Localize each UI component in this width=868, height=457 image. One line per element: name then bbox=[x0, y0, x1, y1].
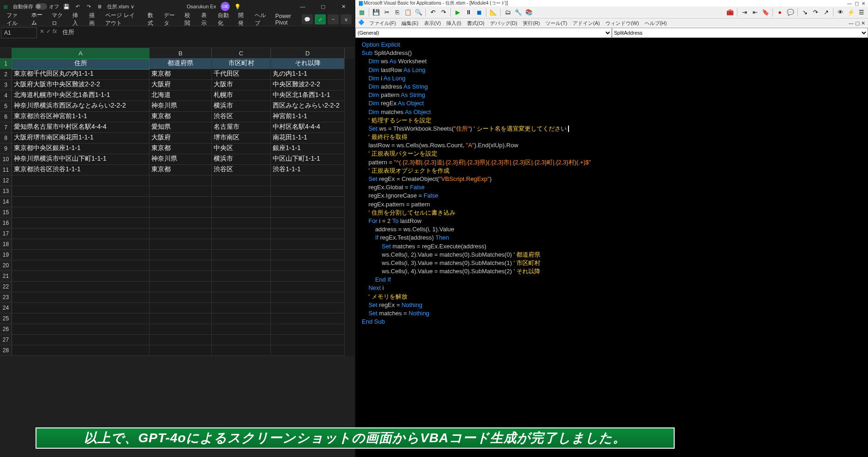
cell[interactable] bbox=[150, 260, 212, 271]
cell[interactable]: 銀座1-1-1 bbox=[271, 144, 345, 154]
bookmark-icon[interactable]: 🔖 bbox=[761, 8, 770, 17]
breakpoint-icon[interactable]: ● bbox=[775, 8, 784, 17]
design-mode-icon[interactable]: 📐 bbox=[489, 8, 498, 17]
row-header[interactable]: 27 bbox=[0, 335, 12, 345]
cell[interactable] bbox=[271, 175, 345, 186]
ribbon-action-button[interactable]: ∨ bbox=[341, 14, 352, 24]
cell[interactable] bbox=[212, 335, 271, 345]
cell[interactable] bbox=[212, 292, 271, 303]
cell[interactable]: 北海道札幌市中央区北1条西1-1-1 bbox=[12, 90, 150, 101]
cell[interactable]: 札幌市 bbox=[212, 90, 271, 101]
indent-icon[interactable]: ⇥ bbox=[740, 8, 749, 17]
row-header[interactable]: 26 bbox=[0, 324, 12, 335]
row-header[interactable]: 14 bbox=[0, 197, 12, 207]
cell[interactable]: 丸の内1-1-1 bbox=[271, 69, 345, 80]
cell[interactable]: 都道府県 bbox=[150, 59, 212, 69]
step-into-icon[interactable]: ↘ bbox=[800, 8, 809, 17]
menu-item[interactable]: 編集(E) bbox=[399, 19, 421, 28]
cell[interactable] bbox=[150, 228, 212, 239]
row-header[interactable]: 17 bbox=[0, 228, 12, 239]
procedure-dropdown[interactable]: SplitAddress bbox=[612, 28, 868, 38]
ribbon-action-button[interactable]: ✓ bbox=[315, 14, 326, 24]
mdi-close-icon[interactable]: — ▢ ✕ bbox=[849, 20, 865, 26]
cell[interactable] bbox=[12, 260, 150, 271]
cell[interactable] bbox=[271, 228, 345, 239]
cell[interactable] bbox=[150, 186, 212, 197]
cell[interactable] bbox=[150, 335, 212, 345]
cell[interactable] bbox=[12, 239, 150, 250]
cell[interactable]: 住所 bbox=[12, 59, 150, 69]
row-header[interactable]: 13 bbox=[0, 186, 12, 197]
reset-icon[interactable]: ◼ bbox=[474, 8, 484, 17]
cell[interactable] bbox=[12, 313, 150, 324]
cell[interactable] bbox=[271, 282, 345, 292]
object-browser-icon[interactable]: 📚 bbox=[524, 8, 533, 17]
row-header[interactable]: 1 bbox=[0, 59, 12, 69]
find-icon[interactable]: 🔍 bbox=[414, 8, 423, 17]
cell[interactable] bbox=[271, 303, 345, 313]
ribbon-action-button[interactable]: 💬 bbox=[302, 14, 313, 24]
row-header[interactable]: 11 bbox=[0, 165, 12, 175]
cell[interactable] bbox=[271, 197, 345, 207]
row-header[interactable]: 28 bbox=[0, 345, 12, 356]
cut-icon[interactable]: ✂ bbox=[382, 8, 391, 17]
redo-icon[interactable]: ↷ bbox=[439, 8, 448, 17]
row-header[interactable]: 20 bbox=[0, 260, 12, 271]
close-button[interactable]: ✕ bbox=[862, 1, 865, 6]
cell[interactable]: 神宮前1-1-1 bbox=[271, 112, 345, 122]
menu-item[interactable]: 実行(R) bbox=[520, 19, 543, 28]
cell[interactable] bbox=[212, 250, 271, 260]
step-over-icon[interactable]: ↷ bbox=[811, 8, 820, 17]
enter-icon[interactable]: ✓ bbox=[46, 28, 51, 35]
cell[interactable]: 愛知県 bbox=[150, 122, 212, 133]
cell[interactable] bbox=[271, 271, 345, 282]
cell[interactable]: 大阪府 bbox=[150, 133, 212, 144]
cell[interactable] bbox=[150, 303, 212, 313]
cell[interactable] bbox=[212, 186, 271, 197]
menu-item[interactable]: 表示(V) bbox=[421, 19, 444, 28]
cell[interactable] bbox=[212, 260, 271, 271]
cell[interactable] bbox=[271, 207, 345, 218]
row-header[interactable]: 12 bbox=[0, 175, 12, 186]
cell[interactable] bbox=[150, 218, 212, 228]
newfile-icon[interactable]: 🗎 bbox=[96, 3, 103, 10]
cell[interactable] bbox=[12, 186, 150, 197]
cell[interactable] bbox=[271, 345, 345, 356]
cell[interactable] bbox=[212, 207, 271, 218]
cell[interactable] bbox=[150, 271, 212, 282]
row-header[interactable]: 22 bbox=[0, 282, 12, 292]
menu-item[interactable]: 挿入(I) bbox=[443, 19, 464, 28]
cell[interactable]: 名古屋市 bbox=[212, 122, 271, 133]
cell[interactable]: 市区町村 bbox=[212, 59, 271, 69]
cell[interactable] bbox=[150, 250, 212, 260]
cell[interactable] bbox=[212, 324, 271, 335]
cell[interactable]: 東京都 bbox=[150, 69, 212, 80]
menu-item[interactable]: ヘルプ(H) bbox=[642, 19, 670, 28]
cell[interactable]: 東京都中央区銀座1-1-1 bbox=[12, 144, 150, 154]
toggle-icon[interactable] bbox=[35, 3, 47, 10]
cell[interactable] bbox=[12, 228, 150, 239]
row-header[interactable]: 19 bbox=[0, 250, 12, 260]
run-icon[interactable]: ▶ bbox=[453, 8, 462, 17]
cell[interactable]: 横浜市 bbox=[212, 101, 271, 112]
cell[interactable]: 東京都 bbox=[150, 144, 212, 154]
cell[interactable] bbox=[212, 197, 271, 207]
cell[interactable]: 中区山下町1-1-1 bbox=[271, 154, 345, 165]
cell[interactable] bbox=[150, 313, 212, 324]
cell[interactable]: 大阪府 bbox=[150, 80, 212, 90]
cancel-icon[interactable]: ✕ bbox=[40, 28, 44, 35]
cell[interactable] bbox=[271, 239, 345, 250]
cell[interactable] bbox=[12, 324, 150, 335]
cell[interactable]: 北海道 bbox=[150, 90, 212, 101]
column-header[interactable]: C bbox=[212, 48, 271, 59]
column-header[interactable]: B bbox=[150, 48, 212, 59]
cell[interactable] bbox=[150, 197, 212, 207]
cell[interactable]: 神奈川県横浜市中区山下町1-1-1 bbox=[12, 154, 150, 165]
paste-icon[interactable]: 📋 bbox=[403, 8, 413, 17]
row-header[interactable]: 25 bbox=[0, 313, 12, 324]
cell[interactable] bbox=[212, 313, 271, 324]
copy-icon[interactable]: ⎘ bbox=[393, 8, 402, 17]
cell[interactable] bbox=[271, 260, 345, 271]
minimize-button[interactable]: — bbox=[847, 1, 852, 6]
save-icon[interactable]: 💾 bbox=[371, 8, 381, 17]
